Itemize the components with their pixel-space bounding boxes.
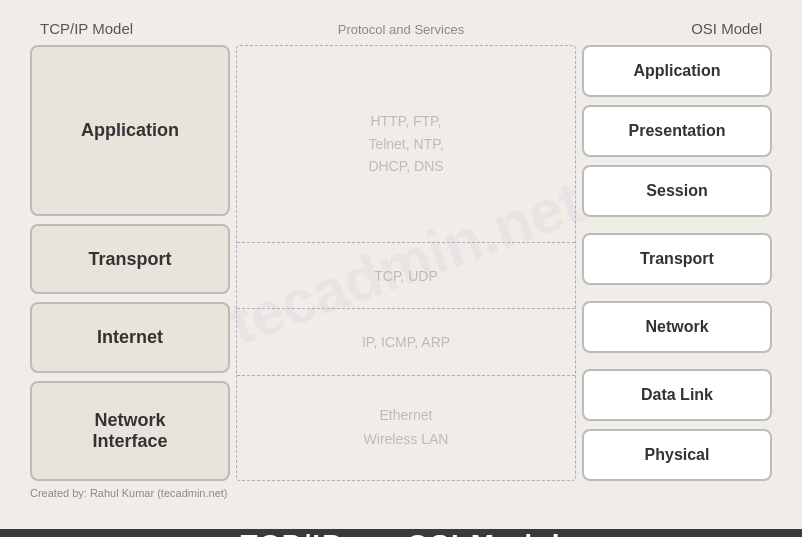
protocol-column: tecadmin.net HTTP, FTP, Telnet, NTP, DHC… bbox=[236, 45, 576, 481]
bottom-bar: TCP/IP vs. OSI Model bbox=[0, 529, 802, 537]
tcpip-column: Application Transport Internet Network I… bbox=[30, 45, 230, 481]
osi-transport-box: Transport bbox=[582, 233, 772, 285]
osi-session-box: Session bbox=[582, 165, 772, 217]
osi-application-box: Application bbox=[582, 45, 772, 97]
tcpip-internet-box: Internet bbox=[30, 302, 230, 372]
osi-physical-box: Physical bbox=[582, 429, 772, 481]
protocol-internet-section: IP, ICMP, ARP bbox=[237, 308, 575, 374]
osi-datalink-box: Data Link bbox=[582, 369, 772, 421]
credit-text: Created by: Rahul Kumar (tecadmin.net) bbox=[30, 487, 772, 499]
osi-model-title: OSI Model bbox=[691, 20, 762, 37]
protocol-network-section: Ethernet Wireless LAN bbox=[237, 375, 575, 480]
osi-column: Application Presentation Session Transpo… bbox=[582, 45, 772, 481]
protocol-transport-section: TCP, UDP bbox=[237, 242, 575, 308]
protocol-services-label: Protocol and Services bbox=[338, 22, 464, 37]
tcpip-application-box: Application bbox=[30, 45, 230, 216]
main-diagram-area: TCP/IP Model OSI Model Protocol and Serv… bbox=[0, 0, 802, 529]
osi-network-box: Network bbox=[582, 301, 772, 353]
tcpip-network-interface-box: Network Interface bbox=[30, 381, 230, 481]
tcpip-model-title: TCP/IP Model bbox=[40, 20, 133, 37]
content-area: Application Transport Internet Network I… bbox=[30, 45, 772, 481]
protocol-app-section: HTTP, FTP, Telnet, NTP, DHCP, DNS bbox=[237, 46, 575, 242]
osi-presentation-box: Presentation bbox=[582, 105, 772, 157]
footer-title: TCP/IP vs. OSI Model bbox=[240, 529, 561, 537]
tcpip-transport-box: Transport bbox=[30, 224, 230, 294]
